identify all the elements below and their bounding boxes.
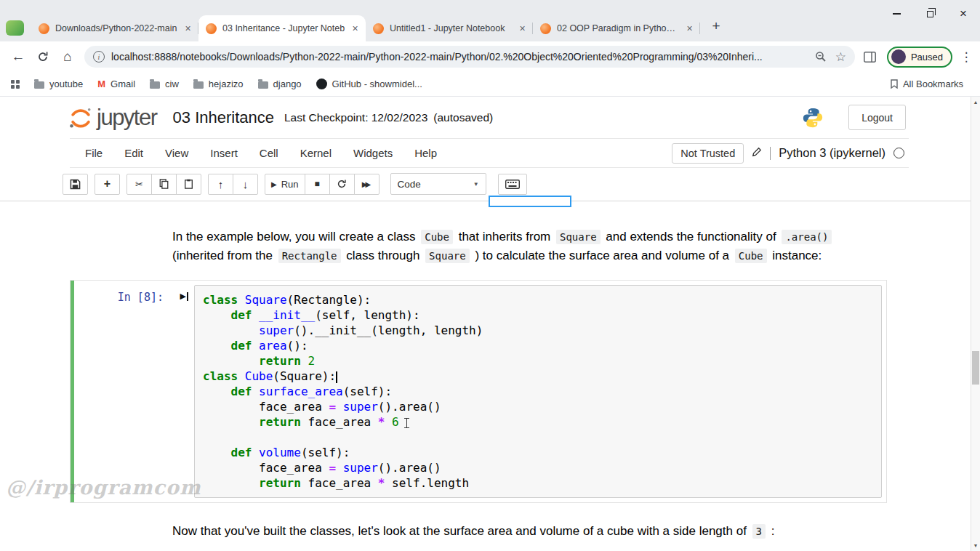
- bookmark-item[interactable]: hejazizo: [187, 76, 250, 92]
- window-restore-button[interactable]: [913, 0, 947, 28]
- jupyter-logo-icon: [68, 107, 93, 129]
- browser-tab[interactable]: 02 OOP Paradigm in Python - J×: [533, 15, 700, 41]
- browser-toolbar: ← ⌂ i localhost:8888/notebooks/Downloads…: [0, 41, 980, 72]
- bookmark-item[interactable]: GitHub - showmidel...: [310, 76, 429, 92]
- tab-close-icon[interactable]: ×: [182, 23, 194, 35]
- scissors-icon: ✂: [135, 179, 143, 190]
- scroll-down-icon[interactable]: ▼: [971, 543, 980, 548]
- menu-file[interactable]: File: [74, 147, 113, 159]
- command-palette-button[interactable]: [498, 174, 527, 195]
- apps-grid-glyph: [10, 79, 20, 89]
- cell-type-value: Code: [398, 179, 421, 190]
- bookmark-item[interactable]: django: [252, 76, 308, 92]
- jupyter-favicon: [540, 23, 551, 34]
- code-token: [385, 415, 392, 429]
- restore-icon: [927, 11, 933, 17]
- profile-badge[interactable]: Paused: [887, 47, 952, 68]
- bookmark-item[interactable]: ciw: [143, 76, 185, 92]
- folder-icon: [150, 81, 160, 89]
- browser-menu-icon[interactable]: ⋮: [958, 49, 974, 65]
- menu-widgets[interactable]: Widgets: [342, 147, 403, 159]
- url-text[interactable]: localhost:8888/notebooks/Downloads/Pytho…: [111, 51, 806, 63]
- zoom-icon[interactable]: [815, 51, 827, 63]
- restart-kernel-button[interactable]: [329, 174, 355, 195]
- bookmark-item[interactable]: MGmail: [91, 76, 142, 92]
- new-tab-button[interactable]: +: [706, 16, 726, 36]
- text-run: :: [768, 524, 774, 538]
- not-trusted-button[interactable]: Not Trusted: [672, 143, 744, 164]
- reload-icon: [37, 51, 49, 63]
- move-cell-up-button[interactable]: ↑: [208, 174, 233, 195]
- jupyter-menu: FileEditViewInsertCellKernelWidgetsHelp: [74, 147, 448, 159]
- code-line: def area():: [203, 338, 873, 353]
- menu-help[interactable]: Help: [403, 147, 448, 159]
- window-close-button[interactable]: ×: [947, 0, 980, 28]
- code-token: [238, 293, 245, 307]
- python-logo: [802, 107, 824, 129]
- code-editor[interactable]: class Square(Rectangle): def __init__(se…: [194, 285, 882, 498]
- interrupt-kernel-button[interactable]: ■: [305, 174, 330, 195]
- site-info-icon[interactable]: i: [93, 51, 105, 63]
- code-cell[interactable]: In [8]: ▶ class Square(Rectangle): def _…: [70, 280, 887, 503]
- profile-status-label: Paused: [911, 52, 943, 63]
- scrollbar-thumb[interactable]: [972, 351, 979, 385]
- code-line: class Square(Rectangle):: [203, 292, 873, 307]
- paste-cell-button[interactable]: [176, 174, 201, 195]
- cut-cell-button[interactable]: ✂: [126, 174, 152, 195]
- app-icon[interactable]: [6, 20, 24, 36]
- checkpoint-text: Last Checkpoint: 12/02/2023: [284, 111, 427, 124]
- copy-cell-button[interactable]: [151, 174, 177, 195]
- tab-close-icon[interactable]: ×: [516, 23, 529, 35]
- run-button[interactable]: ▶ Run: [265, 174, 305, 195]
- fast-forward-icon: ▶▶: [362, 180, 371, 188]
- kernel-status-icon: [893, 148, 904, 158]
- home-button[interactable]: ⌂: [55, 44, 80, 69]
- code-token: face_area: [301, 476, 378, 490]
- stop-icon: ■: [314, 179, 319, 189]
- cell-type-dropdown[interactable]: Code ▼: [390, 173, 486, 195]
- save-button[interactable]: [63, 174, 88, 195]
- reload-button[interactable]: [31, 44, 55, 69]
- add-cell-button[interactable]: +: [95, 174, 120, 195]
- apps-grid-icon[interactable]: [10, 79, 20, 89]
- markdown-cell-intro[interactable]: In the example below, you will create a …: [70, 228, 888, 265]
- code-line: def __init__(self, length):: [203, 307, 873, 323]
- tab-close-icon[interactable]: ×: [683, 23, 696, 35]
- scroll-up-icon[interactable]: ▲: [971, 100, 980, 105]
- page-scrollbar[interactable]: ▲ ▼: [971, 97, 980, 551]
- move-cell-down-button[interactable]: ↓: [233, 174, 258, 195]
- text-run: Now that you've built the classes, let's…: [172, 524, 750, 538]
- menu-cell[interactable]: Cell: [249, 147, 289, 159]
- code-token: return: [259, 415, 301, 429]
- window-minimize-button[interactable]: [880, 0, 913, 28]
- tab-close-icon[interactable]: ×: [349, 23, 361, 35]
- code-token: (self):: [301, 446, 350, 459]
- browser-tab[interactable]: Downloads/Python-2022-main×: [31, 15, 198, 41]
- all-bookmarks-button[interactable]: All Bookmarks: [884, 76, 970, 92]
- restart-run-all-button[interactable]: ▶▶: [354, 174, 379, 195]
- code-token: ().__init__(length, length): [294, 323, 483, 337]
- side-panel-icon[interactable]: [859, 52, 881, 63]
- address-bar[interactable]: i localhost:8888/notebooks/Downloads/Pyt…: [84, 46, 855, 68]
- notebook-title[interactable]: 03 Inheritance: [173, 108, 274, 127]
- back-button[interactable]: ←: [6, 44, 31, 69]
- logout-button[interactable]: Logout: [848, 105, 906, 130]
- menu-insert[interactable]: Insert: [199, 147, 249, 159]
- run-cell-icon[interactable]: ▶: [180, 291, 188, 301]
- inline-code: Cube: [421, 230, 453, 244]
- code-token: [203, 354, 259, 368]
- markdown-cell-outro[interactable]: Now that you've built the classes, let's…: [70, 522, 888, 541]
- browser-tab-strip: Downloads/Python-2022-main×03 Inheritanc…: [0, 0, 980, 41]
- browser-tab[interactable]: 03 Inheritance - Jupyter Noteb×: [198, 15, 366, 41]
- text-cursor: [336, 371, 337, 383]
- code-token: 6: [392, 415, 399, 429]
- code-line: face_area = super().area(): [203, 460, 873, 475]
- bookmark-item[interactable]: youtube: [28, 76, 89, 92]
- browser-tab[interactable]: Untitled1 - Jupyter Notebook×: [366, 15, 533, 41]
- menu-view[interactable]: View: [154, 147, 199, 159]
- menu-edit[interactable]: Edit: [113, 147, 154, 159]
- jupyter-logo[interactable]: jupyter: [68, 105, 157, 131]
- code-token: [203, 308, 231, 322]
- menu-kernel[interactable]: Kernel: [289, 147, 342, 159]
- bookmark-star-icon[interactable]: ☆: [835, 49, 846, 65]
